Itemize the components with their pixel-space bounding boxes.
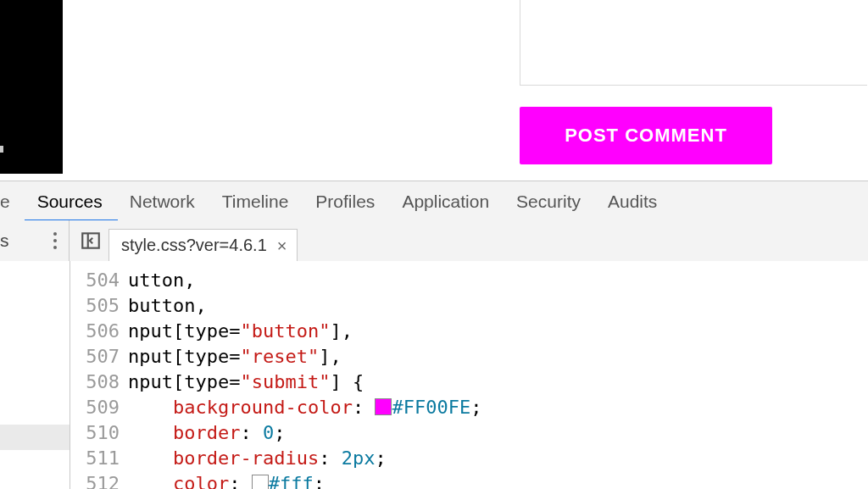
code-line[interactable]: 512 color: #fff; bbox=[70, 471, 868, 489]
tab-profiles[interactable]: Profiles bbox=[315, 192, 375, 212]
tab-network[interactable]: Network bbox=[130, 192, 195, 212]
code-lines: 504utton,505button,506nput[type="button"… bbox=[70, 261, 868, 489]
sources-editor: 504utton,505button,506nput[type="button"… bbox=[0, 261, 868, 489]
page-dark-region bbox=[0, 0, 63, 174]
line-number: 506 bbox=[70, 319, 128, 344]
devtools-tabstrip: e Sources Network Timeline Profiles Appl… bbox=[0, 181, 868, 222]
line-text: nput[type="reset"], bbox=[128, 344, 342, 370]
sidebar-selection bbox=[0, 425, 70, 450]
line-text: color: #fff; bbox=[128, 471, 325, 489]
line-number: 507 bbox=[70, 344, 128, 370]
color-swatch[interactable] bbox=[375, 398, 392, 415]
tab-sources[interactable]: Sources bbox=[37, 192, 103, 212]
tab-timeline[interactable]: Timeline bbox=[222, 192, 289, 212]
comment-textarea[interactable] bbox=[520, 0, 867, 86]
sources-toolbar: s style.css?ver=4.6.1 × bbox=[0, 220, 868, 262]
line-text: button, bbox=[128, 293, 207, 319]
line-number: 508 bbox=[70, 370, 128, 395]
tab-application[interactable]: Application bbox=[402, 192, 489, 212]
scrollbar-thumb[interactable] bbox=[0, 146, 3, 153]
line-text: border-radius: 2px; bbox=[128, 446, 387, 471]
code-line[interactable]: 504utton, bbox=[70, 268, 868, 293]
code-line[interactable]: 506nput[type="button"], bbox=[70, 319, 868, 344]
code-line[interactable]: 511 border-radius: 2px; bbox=[70, 446, 868, 471]
code-line[interactable]: 507nput[type="reset"], bbox=[70, 344, 868, 370]
toolbar-cutoff-left: s bbox=[0, 231, 9, 251]
webpage-viewport: POST COMMENT bbox=[0, 0, 868, 181]
line-text: background-color: #FF00FE; bbox=[128, 395, 481, 420]
line-number: 509 bbox=[70, 395, 128, 420]
kebab-menu-icon[interactable] bbox=[53, 232, 57, 249]
tab-audits[interactable]: Audits bbox=[608, 192, 657, 212]
toggle-navigator-icon[interactable] bbox=[80, 230, 102, 252]
open-file-tab[interactable]: style.css?ver=4.6.1 × bbox=[108, 229, 298, 262]
code-line[interactable]: 510 border: 0; bbox=[70, 420, 868, 446]
code-line[interactable]: 505button, bbox=[70, 293, 868, 319]
line-text: nput[type="button"], bbox=[128, 319, 353, 344]
tab-cutoff-left[interactable]: e bbox=[0, 192, 10, 212]
line-number: 511 bbox=[70, 446, 128, 471]
code-line[interactable]: 508nput[type="submit"] { bbox=[70, 370, 868, 395]
line-text: nput[type="submit"] { bbox=[128, 370, 364, 395]
line-number: 504 bbox=[70, 268, 128, 293]
sources-sidebar bbox=[0, 261, 70, 489]
code-line[interactable]: 509 background-color: #FF00FE; bbox=[70, 395, 868, 420]
line-number: 505 bbox=[70, 293, 128, 319]
line-text: utton, bbox=[128, 268, 195, 293]
code-body[interactable]: 504utton,505button,506nput[type="button"… bbox=[70, 261, 868, 489]
line-number: 510 bbox=[70, 420, 128, 446]
color-swatch[interactable] bbox=[252, 475, 269, 489]
tab-security[interactable]: Security bbox=[516, 192, 581, 212]
open-file-name: style.css?ver=4.6.1 bbox=[121, 236, 267, 255]
post-comment-button[interactable]: POST COMMENT bbox=[520, 107, 772, 164]
toolbar-left-group: s bbox=[0, 220, 70, 261]
close-file-icon[interactable]: × bbox=[277, 237, 287, 254]
line-number: 512 bbox=[70, 471, 128, 489]
line-text: border: 0; bbox=[128, 420, 285, 446]
